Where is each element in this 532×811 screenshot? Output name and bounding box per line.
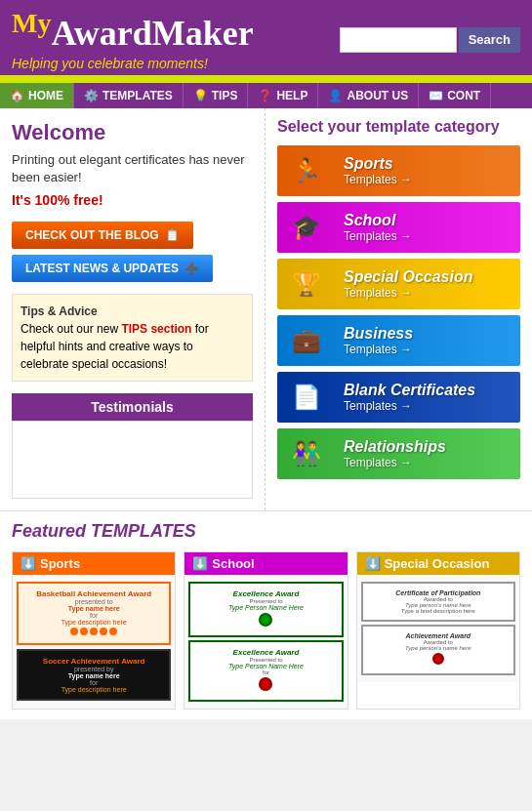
ball-1	[70, 628, 78, 635]
business-label: Business Templates →	[336, 321, 520, 360]
business-template-btn[interactable]: 💼 Business Templates →	[277, 315, 520, 366]
download-icon-special: ⬇️	[365, 556, 381, 571]
special-cert1-title: Certificate of Participation	[367, 589, 510, 596]
school-seal-2	[259, 677, 272, 691]
download-icon-sports: ⬇️	[20, 556, 36, 571]
logo-main: AwardMaker	[51, 14, 253, 53]
search-input[interactable]	[340, 27, 457, 53]
school-cert1-title: Excellence Award	[194, 589, 337, 598]
tips-title: Tips & Advice	[20, 304, 98, 318]
logo-my: My	[12, 8, 51, 38]
school-icon: 🎓	[277, 202, 336, 253]
welcome-title: Welcome	[12, 120, 253, 145]
sports-cert2-desc: Type description here	[22, 686, 165, 693]
featured-grid: ⬇️ Sports Basketball Achievement Award p…	[12, 551, 520, 710]
ball-5	[109, 628, 117, 635]
nav-about[interactable]: 👤 ABOUT US	[318, 83, 419, 108]
school-template-btn[interactable]: 🎓 School Templates →	[277, 202, 520, 253]
sports-cert-1[interactable]: Basketball Achievement Award presented t…	[17, 582, 171, 645]
sports-cert-2[interactable]: Soccer Achievement Award presented by Ty…	[17, 649, 171, 701]
nav-about-label: ABOUT US	[347, 89, 408, 102]
search-button[interactable]: Search	[459, 27, 520, 53]
blank-template-btn[interactable]: 📄 Blank Certificates Templates →	[277, 372, 520, 423]
school-cert1-name: Type Person Name Here	[194, 604, 337, 611]
featured-card-special: ⬇️ Special Occasion Certificate of Parti…	[356, 551, 520, 710]
search-box: Search	[340, 27, 520, 53]
featured-italic: Featured	[12, 521, 86, 541]
special-template-btn[interactable]: 🏆 Special Occasion Templates →	[277, 259, 520, 309]
tagline: Helping you celebrate moments!	[12, 56, 254, 71]
category-title: Select your template category	[277, 118, 520, 136]
ball-2	[80, 628, 88, 635]
news-button[interactable]: LATEST NEWS & UPDATES ➕	[12, 255, 213, 282]
right-column: Select your template category 🏃 Sports T…	[266, 108, 532, 510]
card-label-sports: Sports	[40, 556, 80, 571]
contact-icon: ✉️	[429, 89, 443, 102]
nav-home-label: HOME	[28, 89, 63, 102]
free-text: It's 100% free!	[12, 192, 253, 208]
nav-contact-label: CONT	[447, 89, 480, 102]
blog-button[interactable]: CHECK OUT THE BLOG 📋	[12, 222, 193, 249]
nav-tips-label: TIPS	[212, 89, 238, 102]
blank-icon: 📄	[277, 372, 336, 423]
tips-text1: Check out our new	[20, 322, 121, 336]
special-cert-1[interactable]: Certificate of Participation Awarded to …	[361, 582, 515, 622]
nav-tips[interactable]: 💡 TIPS	[184, 83, 249, 108]
special-cert1-desc: Type a brief description here	[367, 608, 510, 614]
special-cert2-title: Achievement Award	[367, 632, 510, 639]
sports-cert2-sub1: presented by	[22, 666, 165, 672]
news-button-label: LATEST NEWS & UPDATES	[25, 262, 179, 275]
nav-help[interactable]: ❓ HELP	[248, 83, 318, 108]
sports-cert1-name: Type name here	[22, 605, 165, 612]
tips-link[interactable]: TIPS section	[121, 322, 191, 336]
featured-card-school: ⬇️ School Excellence Award Presented to …	[184, 551, 348, 710]
home-icon: 🏠	[10, 89, 24, 102]
relationships-template-btn[interactable]: 👫 Relationships Templates →	[277, 428, 520, 479]
download-icon-school: ⬇️	[192, 556, 208, 571]
relationships-label: Relationships Templates →	[336, 434, 520, 473]
featured-title: Featured TEMPLATES	[12, 521, 520, 542]
nav-contact[interactable]: ✉️ CONT	[419, 83, 491, 108]
sports-cert1-for: for	[22, 612, 165, 619]
nav: 🏠 HOME ⚙️ TEMPLATES 💡 TIPS ❓ HELP 👤 ABOU…	[0, 81, 532, 108]
business-icon: 💼	[277, 315, 336, 366]
special-card-body: Certificate of Participation Awarded to …	[357, 575, 519, 682]
sports-cert1-title: Basketball Achievement Award	[22, 589, 165, 598]
left-column: Welcome Printing out elegant certificate…	[0, 108, 266, 510]
school-cert-2[interactable]: Excellence Award Presented to Type Perso…	[188, 640, 343, 702]
card-header-sports: ⬇️ Sports	[13, 552, 175, 575]
school-label: School Templates →	[336, 208, 520, 247]
sports-cert2-name: Type name here	[22, 672, 165, 679]
main-content: Welcome Printing out elegant certificate…	[0, 108, 532, 510]
school-cert-1[interactable]: Excellence Award Presented to Type Perso…	[188, 582, 343, 637]
sports-cert1-desc: Type description here	[22, 619, 165, 626]
testimonials-header: Testimonials	[12, 393, 253, 421]
nav-help-label: HELP	[276, 89, 307, 102]
sports-label: Sports Templates →	[336, 151, 520, 190]
welcome-text: Printing out elegant certificates has ne…	[12, 151, 253, 186]
tips-icon: 💡	[193, 89, 208, 102]
special-label: Special Occasion Templates →	[336, 264, 520, 304]
school-cert2-title: Excellence Award	[194, 648, 337, 657]
special-cert-2[interactable]: Achievement Award Awarded to Type person…	[361, 625, 515, 675]
school-card-body: Excellence Award Presented to Type Perso…	[184, 575, 347, 709]
featured-section: Featured TEMPLATES ⬇️ Sports Basketball …	[0, 510, 532, 719]
relationships-icon: 👫	[277, 428, 336, 479]
school-seal-1	[259, 613, 272, 627]
sports-cert1-sub1: presented to	[22, 598, 165, 605]
sports-template-btn[interactable]: 🏃 Sports Templates →	[277, 145, 520, 196]
testimonials-body	[12, 421, 253, 499]
nav-templates[interactable]: ⚙️ TEMPLATES	[74, 83, 184, 108]
special-icon: 🏆	[277, 259, 336, 309]
blog-button-label: CHECK OUT THE BLOG	[25, 228, 159, 242]
ball-3	[90, 628, 98, 635]
header: MyAwardMaker Helping you celebrate momen…	[0, 0, 532, 75]
search-area: Search	[340, 27, 520, 53]
blog-icon: 📋	[165, 228, 180, 242]
news-icon: ➕	[184, 262, 199, 275]
card-label-school: School	[212, 556, 254, 571]
card-label-special: Special Occasion	[385, 556, 490, 571]
logo: MyAwardMaker	[12, 8, 254, 54]
templates-icon: ⚙️	[84, 89, 99, 102]
nav-home[interactable]: 🏠 HOME	[0, 83, 74, 108]
